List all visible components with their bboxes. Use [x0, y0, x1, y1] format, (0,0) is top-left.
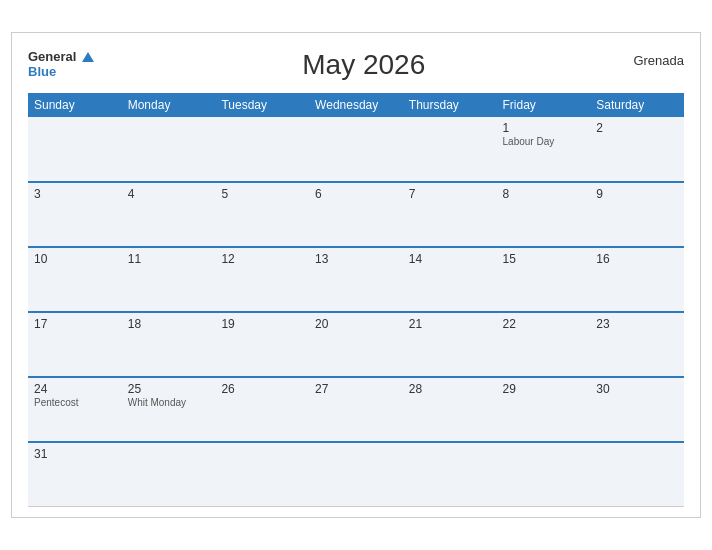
- calendar-cell: 2: [590, 117, 684, 182]
- day-number: 18: [128, 317, 210, 331]
- calendar-cell: [215, 442, 309, 507]
- day-number: 3: [34, 187, 116, 201]
- day-number: 19: [221, 317, 303, 331]
- col-saturday: Saturday: [590, 93, 684, 117]
- calendar-cell: 11: [122, 247, 216, 312]
- calendar-cell: 8: [497, 182, 591, 247]
- day-number: 29: [503, 382, 585, 396]
- day-number: 16: [596, 252, 678, 266]
- day-number: 27: [315, 382, 397, 396]
- calendar-cell: 28: [403, 377, 497, 442]
- day-number: 14: [409, 252, 491, 266]
- calendar-cell: 14: [403, 247, 497, 312]
- calendar-week-row: 24Pentecost25Whit Monday2627282930: [28, 377, 684, 442]
- calendar-week-row: 17181920212223: [28, 312, 684, 377]
- calendar-cell: 26: [215, 377, 309, 442]
- calendar-cell: 6: [309, 182, 403, 247]
- day-number: 30: [596, 382, 678, 396]
- logo-blue-text: Blue: [28, 64, 56, 79]
- day-number: 11: [128, 252, 210, 266]
- day-number: 17: [34, 317, 116, 331]
- calendar-container: General Blue May 2026 Grenada Sunday Mon…: [11, 32, 701, 519]
- col-thursday: Thursday: [403, 93, 497, 117]
- calendar-cell: [590, 442, 684, 507]
- calendar-cell: 13: [309, 247, 403, 312]
- calendar-cell: 17: [28, 312, 122, 377]
- calendar-cell: 5: [215, 182, 309, 247]
- day-number: 13: [315, 252, 397, 266]
- calendar-week-row: 10111213141516: [28, 247, 684, 312]
- day-number: 24: [34, 382, 116, 396]
- calendar-cell: 30: [590, 377, 684, 442]
- day-number: 7: [409, 187, 491, 201]
- col-friday: Friday: [497, 93, 591, 117]
- day-number: 15: [503, 252, 585, 266]
- calendar-country: Grenada: [633, 49, 684, 68]
- calendar-cell: 29: [497, 377, 591, 442]
- calendar-cell: 22: [497, 312, 591, 377]
- day-number: 20: [315, 317, 397, 331]
- calendar-week-row: 1Labour Day2: [28, 117, 684, 182]
- day-number: 9: [596, 187, 678, 201]
- logo-top: General: [28, 49, 94, 65]
- calendar-header: General Blue May 2026 Grenada: [28, 49, 684, 81]
- calendar-cell: [122, 442, 216, 507]
- calendar-cell: 23: [590, 312, 684, 377]
- day-number: 21: [409, 317, 491, 331]
- calendar-cell: [403, 117, 497, 182]
- calendar-cell: [309, 117, 403, 182]
- calendar-cell: [28, 117, 122, 182]
- calendar-cell: 27: [309, 377, 403, 442]
- calendar-cell: 10: [28, 247, 122, 312]
- calendar-body: 1Labour Day23456789101112131415161718192…: [28, 117, 684, 507]
- calendar-title: May 2026: [94, 49, 633, 81]
- calendar-cell: [122, 117, 216, 182]
- calendar-cell: 3: [28, 182, 122, 247]
- calendar-cell: 25Whit Monday: [122, 377, 216, 442]
- day-number: 5: [221, 187, 303, 201]
- day-number: 26: [221, 382, 303, 396]
- day-number: 22: [503, 317, 585, 331]
- logo: General Blue: [28, 49, 94, 80]
- calendar-cell: [309, 442, 403, 507]
- day-number: 10: [34, 252, 116, 266]
- day-number: 2: [596, 121, 678, 135]
- day-number: 23: [596, 317, 678, 331]
- calendar-week-row: 31: [28, 442, 684, 507]
- calendar-cell: 16: [590, 247, 684, 312]
- calendar-grid: Sunday Monday Tuesday Wednesday Thursday…: [28, 93, 684, 508]
- calendar-cell: 18: [122, 312, 216, 377]
- calendar-cell: 19: [215, 312, 309, 377]
- col-monday: Monday: [122, 93, 216, 117]
- day-number: 1: [503, 121, 585, 135]
- calendar-cell: 9: [590, 182, 684, 247]
- calendar-thead: Sunday Monday Tuesday Wednesday Thursday…: [28, 93, 684, 117]
- day-number: 31: [34, 447, 116, 461]
- calendar-cell: 31: [28, 442, 122, 507]
- day-number: 4: [128, 187, 210, 201]
- day-number: 8: [503, 187, 585, 201]
- day-number: 25: [128, 382, 210, 396]
- calendar-cell: 12: [215, 247, 309, 312]
- day-header-row: Sunday Monday Tuesday Wednesday Thursday…: [28, 93, 684, 117]
- day-number: 6: [315, 187, 397, 201]
- logo-triangle-icon: [82, 52, 94, 62]
- calendar-cell: 15: [497, 247, 591, 312]
- holiday-name: Whit Monday: [128, 397, 210, 408]
- calendar-cell: 20: [309, 312, 403, 377]
- calendar-week-row: 3456789: [28, 182, 684, 247]
- calendar-cell: 4: [122, 182, 216, 247]
- day-number: 12: [221, 252, 303, 266]
- calendar-cell: 24Pentecost: [28, 377, 122, 442]
- day-number: 28: [409, 382, 491, 396]
- calendar-cell: 7: [403, 182, 497, 247]
- col-wednesday: Wednesday: [309, 93, 403, 117]
- holiday-name: Labour Day: [503, 136, 585, 147]
- holiday-name: Pentecost: [34, 397, 116, 408]
- logo-general-text: General: [28, 49, 76, 64]
- calendar-cell: [403, 442, 497, 507]
- col-sunday: Sunday: [28, 93, 122, 117]
- col-tuesday: Tuesday: [215, 93, 309, 117]
- calendar-cell: [497, 442, 591, 507]
- calendar-cell: [215, 117, 309, 182]
